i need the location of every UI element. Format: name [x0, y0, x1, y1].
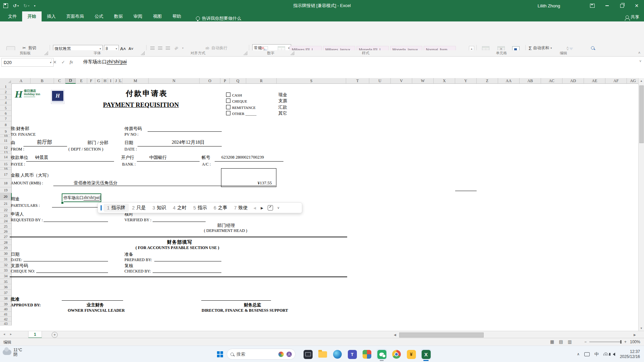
ime-candidate-2[interactable]: 2只是	[129, 204, 149, 212]
column-header-w[interactable]: W	[412, 78, 434, 84]
formula-bar-expand-icon[interactable]: ˅	[639, 59, 641, 63]
column-header-s[interactable]: S	[277, 78, 346, 84]
zoom-in-icon[interactable]: +	[624, 340, 627, 344]
vertical-scrollbar[interactable]: ▲ ▼	[638, 78, 644, 331]
taskbar-app-terminal[interactable]	[303, 349, 313, 360]
row-header-27[interactable]: 27	[0, 234, 12, 240]
column-header-e[interactable]: E	[76, 78, 87, 84]
taskbar-app-chrome[interactable]	[391, 349, 402, 360]
column-header-af[interactable]: AF	[605, 78, 627, 84]
scroll-down-icon[interactable]: ▼	[639, 325, 644, 331]
row-header-22[interactable]: 22	[0, 207, 12, 213]
column-header-c[interactable]: C	[54, 78, 65, 84]
normal-view-icon[interactable]: ▦	[550, 339, 554, 344]
row-header-16[interactable]: 16	[0, 168, 12, 170]
scroll-right-icon[interactable]: ▶	[634, 333, 636, 337]
tab-home[interactable]: 开始	[22, 11, 42, 21]
zoom-slider-handle[interactable]	[620, 340, 622, 344]
tab-file[interactable]: 文件	[3, 11, 22, 21]
collapse-ribbon-icon[interactable]: ˄	[636, 51, 643, 55]
row-header-13[interactable]: 13	[0, 151, 12, 154]
restore-button[interactable]	[614, 0, 629, 11]
taskbar-clock[interactable]: 12:37 2025/12/16	[620, 349, 640, 359]
row-header-25[interactable]: 25	[0, 224, 12, 229]
row-header-37[interactable]: 37	[0, 290, 12, 296]
column-header-ad[interactable]: AD	[562, 78, 584, 84]
column-header-x[interactable]: X	[434, 78, 455, 84]
page-layout-view-icon[interactable]: ▤	[559, 339, 563, 344]
ime-pen-icon[interactable]	[268, 205, 273, 210]
row-header-26[interactable]: 26	[0, 229, 12, 234]
ribbon-display-options-button[interactable]	[585, 0, 600, 11]
close-button[interactable]: ✕	[629, 0, 644, 11]
alignment-dialog-launcher-icon[interactable]	[244, 51, 247, 55]
align-bottom-icon[interactable]	[166, 47, 170, 50]
ime-candidate-5[interactable]: 5指示	[190, 204, 210, 212]
tab-formulas[interactable]: 公式	[89, 11, 109, 21]
align-top-icon[interactable]	[150, 47, 155, 50]
horizontal-scroll-thumb[interactable]	[399, 333, 484, 338]
ime-language-indicator[interactable]: 中	[594, 351, 599, 357]
row-header-19[interactable]: 19	[0, 187, 12, 193]
align-middle-icon[interactable]	[158, 47, 162, 50]
number-dialog-launcher-icon[interactable]	[290, 51, 294, 55]
tab-view[interactable]: 视图	[148, 11, 167, 21]
scroll-up-icon[interactable]: ▲	[639, 78, 644, 83]
ime-candidate-3[interactable]: 3知识	[149, 204, 170, 212]
zoom-slider[interactable]	[589, 342, 622, 342]
row-header-2[interactable]: 2	[0, 89, 12, 95]
row-header-32[interactable]: 32	[0, 262, 12, 267]
sheet-tab[interactable]: 1	[28, 331, 42, 338]
row-header-18[interactable]: 18	[0, 179, 12, 187]
tray-overflow-icon[interactable]: ∧	[577, 352, 580, 356]
column-header-y[interactable]: Y	[455, 78, 477, 84]
column-header-i[interactable]: I	[108, 78, 114, 84]
share-button[interactable]: 共享	[626, 14, 639, 20]
name-box[interactable]: D20▾	[1, 58, 54, 67]
scroll-left-icon[interactable]: ◀	[394, 333, 396, 337]
row-header-33[interactable]: 33	[0, 267, 12, 273]
column-header-u[interactable]: U	[369, 78, 391, 84]
row-header-41[interactable]: 41	[0, 312, 12, 317]
taskbar-app-excel[interactable]: X	[421, 349, 431, 360]
row-header-5[interactable]: 5	[0, 105, 12, 111]
taskbar-search[interactable]: 搜索 人	[227, 349, 296, 360]
row-header-38[interactable]: 38	[0, 296, 12, 301]
row-header-10[interactable]: 10	[0, 135, 12, 137]
taskbar-app-edge[interactable]	[332, 349, 343, 360]
row-header-20[interactable]: 20	[0, 193, 12, 200]
new-sheet-button[interactable]: +	[52, 332, 58, 338]
tab-review[interactable]: 审阅	[128, 11, 148, 21]
sheet-next-icon[interactable]: ▸	[10, 332, 12, 336]
start-button[interactable]	[215, 349, 225, 360]
column-header-ae[interactable]: AE	[584, 78, 605, 84]
row-header-1[interactable]: 1	[0, 84, 12, 89]
account-name[interactable]: Lilith Zhong	[538, 0, 560, 11]
column-header-a[interactable]: A	[12, 78, 31, 84]
column-header-l[interactable]: L	[119, 78, 122, 84]
checkbox-icon[interactable]	[226, 93, 230, 97]
ime-candidate-6[interactable]: 6之事	[210, 204, 231, 212]
column-header-q[interactable]: Q	[230, 78, 246, 84]
row-header-43[interactable]: 43	[0, 321, 12, 325]
checkbox-icon[interactable]	[226, 111, 230, 115]
checkbox-icon[interactable]	[226, 99, 230, 103]
row-header-23[interactable]: 23	[0, 213, 12, 218]
ime-expand-icon[interactable]: ˅	[275, 206, 282, 210]
row-header-31[interactable]: 31	[0, 256, 12, 262]
active-cell-editor[interactable]: 停车场出口zhi'shi'pai	[62, 193, 101, 202]
column-header-t[interactable]: T	[346, 78, 369, 84]
ime-candidate-4[interactable]: 4之时	[169, 204, 190, 212]
taskbar-app-file-explorer[interactable]	[317, 349, 328, 360]
row-header-40[interactable]: 40	[0, 307, 12, 312]
select-all-corner[interactable]	[0, 78, 12, 84]
tab-insert[interactable]: 插入	[42, 11, 61, 21]
taskbar-app-finance[interactable]: ¥	[406, 349, 417, 360]
row-header-7[interactable]: 7	[0, 116, 12, 121]
column-header-ac[interactable]: AC	[541, 78, 562, 84]
column-header-b[interactable]: B	[31, 78, 54, 84]
column-header-d[interactable]: D	[65, 78, 76, 84]
row-header-24[interactable]: 24	[0, 218, 12, 224]
zoom-out-icon[interactable]: −	[584, 340, 587, 344]
column-header-ag[interactable]: AG	[627, 78, 639, 84]
